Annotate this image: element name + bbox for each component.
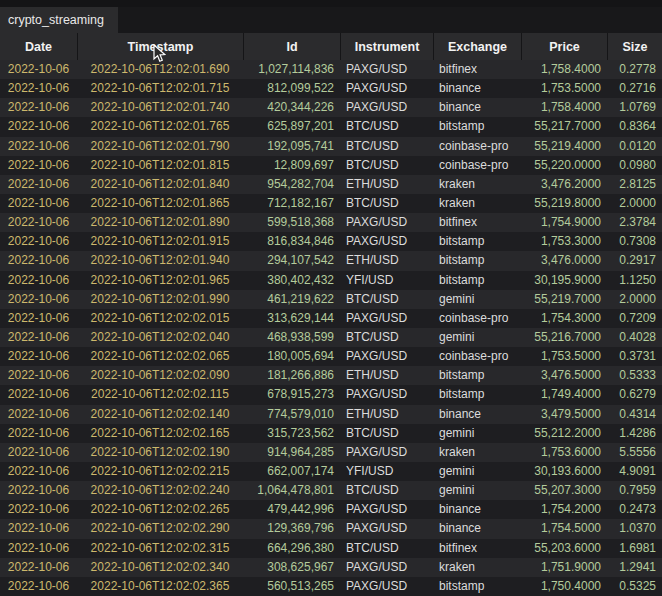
cell-timestamp: 2022-10-06T12:02:02.040 [77, 328, 243, 347]
table-row[interactable]: 2022-10-062022-10-06T12:02:02.2401,064,4… [0, 481, 662, 500]
cell-price: 55,219.4000 [521, 137, 607, 156]
table-row[interactable]: 2022-10-062022-10-06T12:02:01.940294,107… [0, 251, 662, 270]
cell-exchange: bitstamp [433, 385, 521, 404]
cell-date: 2022-10-06 [0, 156, 77, 175]
cell-size: 1.4286 [607, 424, 662, 443]
cell-exchange: gemini [433, 290, 521, 309]
cell-date: 2022-10-06 [0, 405, 77, 424]
cell-price: 30,193.6000 [521, 462, 607, 481]
table-row[interactable]: 2022-10-062022-10-06T12:02:02.165315,723… [0, 424, 662, 443]
table-row[interactable]: 2022-10-062022-10-06T12:02:02.340308,625… [0, 558, 662, 577]
cell-date: 2022-10-06 [0, 194, 77, 213]
table-row[interactable]: 2022-10-062022-10-06T12:02:02.115678,915… [0, 385, 662, 404]
cell-date: 2022-10-06 [0, 558, 77, 577]
table-row[interactable]: 2022-10-062022-10-06T12:02:01.965380,402… [0, 271, 662, 290]
cell-date: 2022-10-06 [0, 481, 77, 500]
cell-instrument: YFI/USD [340, 462, 433, 481]
table-row[interactable]: 2022-10-062022-10-06T12:02:01.790192,095… [0, 137, 662, 156]
table-row[interactable]: 2022-10-062022-10-06T12:02:01.740420,344… [0, 98, 662, 117]
cell-instrument: BTC/USD [340, 424, 433, 443]
table-row[interactable]: 2022-10-062022-10-06T12:02:01.840954,282… [0, 175, 662, 194]
tab-crypto-streaming[interactable]: crypto_streaming [0, 7, 118, 33]
table-row[interactable]: 2022-10-062022-10-06T12:02:02.190914,964… [0, 443, 662, 462]
cell-price: 55,219.7000 [521, 290, 607, 309]
table-body: 2022-10-062022-10-06T12:02:01.6901,027,1… [0, 60, 662, 596]
cell-size: 1.2941 [607, 558, 662, 577]
cell-size: 1.0769 [607, 98, 662, 117]
table-row[interactable]: 2022-10-062022-10-06T12:02:02.315664,296… [0, 539, 662, 558]
cell-exchange: gemini [433, 481, 521, 500]
cell-exchange: binance [433, 405, 521, 424]
table-row[interactable]: 2022-10-062022-10-06T12:02:02.040468,938… [0, 328, 662, 347]
table-row[interactable]: 2022-10-062022-10-06T12:02:01.915816,834… [0, 232, 662, 251]
table-row[interactable]: 2022-10-062022-10-06T12:02:01.990461,219… [0, 290, 662, 309]
cell-price: 1,758.4000 [521, 60, 607, 79]
cell-id: 914,964,285 [243, 443, 340, 462]
cell-instrument: BTC/USD [340, 117, 433, 136]
cell-instrument: BTC/USD [340, 194, 433, 213]
cell-date: 2022-10-06 [0, 462, 77, 481]
table-row[interactable]: 2022-10-062022-10-06T12:02:01.81512,809,… [0, 156, 662, 175]
cell-price: 1,753.5000 [521, 79, 607, 98]
table-row[interactable]: 2022-10-062022-10-06T12:02:01.765625,897… [0, 117, 662, 136]
column-header-size[interactable]: Size [607, 33, 662, 60]
cell-instrument: BTC/USD [340, 156, 433, 175]
column-header-exchange[interactable]: Exchange [433, 33, 521, 60]
table-row[interactable]: 2022-10-062022-10-06T12:02:01.715812,099… [0, 79, 662, 98]
cell-price: 1,751.9000 [521, 558, 607, 577]
cell-price: 1,754.2000 [521, 500, 607, 519]
cell-date: 2022-10-06 [0, 251, 77, 270]
column-header-id[interactable]: Id [243, 33, 340, 60]
column-header-timestamp[interactable]: Timestamp [77, 33, 243, 60]
cell-date: 2022-10-06 [0, 577, 77, 596]
cell-id: 662,007,174 [243, 462, 340, 481]
table-row[interactable]: 2022-10-062022-10-06T12:02:02.015313,629… [0, 309, 662, 328]
cell-date: 2022-10-06 [0, 137, 77, 156]
table-row[interactable]: 2022-10-062022-10-06T12:02:01.6901,027,1… [0, 60, 662, 79]
cell-id: 181,266,886 [243, 366, 340, 385]
cell-id: 816,834,846 [243, 232, 340, 251]
cell-instrument: YFI/USD [340, 271, 433, 290]
table-row[interactable]: 2022-10-062022-10-06T12:02:02.090181,266… [0, 366, 662, 385]
table-row[interactable]: 2022-10-062022-10-06T12:02:02.140774,579… [0, 405, 662, 424]
cell-exchange: bitstamp [433, 117, 521, 136]
cell-size: 0.4028 [607, 328, 662, 347]
cell-instrument: PAXG/USD [340, 347, 433, 366]
table-row[interactable]: 2022-10-062022-10-06T12:02:02.290129,369… [0, 519, 662, 538]
cell-size: 1.0370 [607, 519, 662, 538]
cell-price: 3,476.0000 [521, 251, 607, 270]
cell-id: 625,897,201 [243, 117, 340, 136]
table-row[interactable]: 2022-10-062022-10-06T12:02:02.265479,442… [0, 500, 662, 519]
cell-size: 2.8125 [607, 175, 662, 194]
table-row[interactable]: 2022-10-062022-10-06T12:02:01.865712,182… [0, 194, 662, 213]
cell-date: 2022-10-06 [0, 271, 77, 290]
cell-exchange: coinbase-pro [433, 309, 521, 328]
table-row[interactable]: 2022-10-062022-10-06T12:02:02.065180,005… [0, 347, 662, 366]
cell-id: 192,095,741 [243, 137, 340, 156]
cell-instrument: ETH/USD [340, 251, 433, 270]
cell-date: 2022-10-06 [0, 347, 77, 366]
cell-exchange: kraken [433, 175, 521, 194]
cell-instrument: PAXG/USD [340, 385, 433, 404]
cell-id: 664,296,380 [243, 539, 340, 558]
cell-timestamp: 2022-10-06T12:02:01.890 [77, 213, 243, 232]
table-row[interactable]: 2022-10-062022-10-06T12:02:01.890599,518… [0, 213, 662, 232]
column-header-price[interactable]: Price [521, 33, 607, 60]
cell-exchange: bitfinex [433, 60, 521, 79]
table-row[interactable]: 2022-10-062022-10-06T12:02:02.365560,513… [0, 577, 662, 596]
cell-instrument: BTC/USD [340, 290, 433, 309]
column-header-date[interactable]: Date [0, 33, 77, 60]
cell-exchange: bitstamp [433, 366, 521, 385]
cell-id: 774,579,010 [243, 405, 340, 424]
cell-price: 1,758.4000 [521, 98, 607, 117]
cell-size: 1.6981 [607, 539, 662, 558]
cell-date: 2022-10-06 [0, 79, 77, 98]
cell-price: 55,220.0000 [521, 156, 607, 175]
column-header-instrument[interactable]: Instrument [340, 33, 433, 60]
cell-date: 2022-10-06 [0, 500, 77, 519]
cell-price: 1,753.6000 [521, 443, 607, 462]
cell-date: 2022-10-06 [0, 290, 77, 309]
cell-instrument: PAXG/USD [340, 519, 433, 538]
table-row[interactable]: 2022-10-062022-10-06T12:02:02.215662,007… [0, 462, 662, 481]
cell-exchange: kraken [433, 443, 521, 462]
